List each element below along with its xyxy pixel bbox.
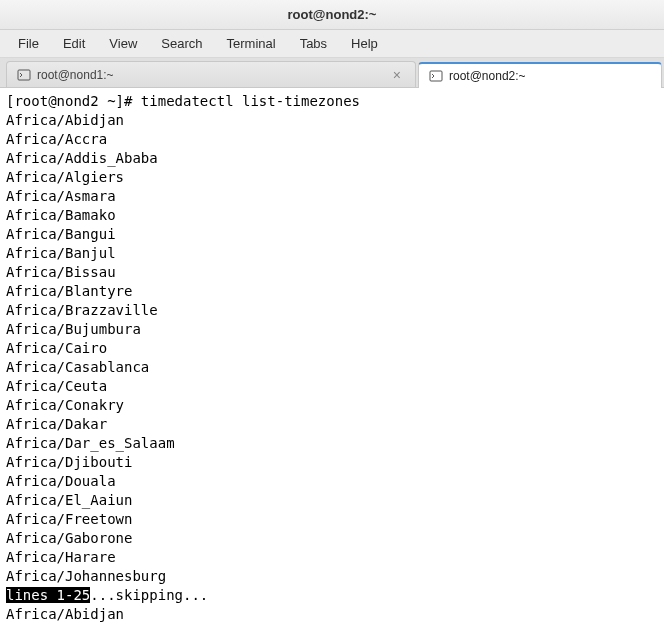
output-line: Africa/Dar_es_Salaam [6,435,175,451]
tab-nond2[interactable]: root@nond2:~ [418,62,662,88]
menu-terminal[interactable]: Terminal [217,32,286,55]
output-line: Africa/Cairo [6,340,107,356]
terminal-content[interactable]: [root@nond2 ~]# timedatectl list-timezon… [0,88,664,626]
output-line: Africa/Accra [6,131,107,147]
output-line: Africa/Gaborone [6,530,132,546]
output-line: Africa/Dakar [6,416,107,432]
output-line: Africa/Bissau [6,264,116,280]
menubar: File Edit View Search Terminal Tabs Help [0,30,664,58]
output-line: Africa/Douala [6,473,116,489]
tab-bar: root@nond1:~ × root@nond2:~ [0,58,664,88]
menu-file[interactable]: File [8,32,49,55]
output-line: Africa/Brazzaville [6,302,158,318]
output-line: Africa/Conakry [6,397,124,413]
output-line: Africa/Freetown [6,511,132,527]
svg-rect-0 [18,70,30,80]
tab-label: root@nond2:~ [449,69,526,83]
output-line: Africa/Djibouti [6,454,132,470]
output-line: Africa/Asmara [6,188,116,204]
output-line: Africa/Addis_Ababa [6,150,158,166]
pager-status-highlight: lines 1-25 [6,587,90,603]
window-titlebar[interactable]: root@nond2:~ [0,0,664,30]
svg-rect-1 [430,71,442,81]
output-line: Africa/Abidjan [6,112,124,128]
terminal-window: root@nond2:~ File Edit View Search Termi… [0,0,664,626]
output-line: Africa/Bangui [6,226,116,242]
output-line: Africa/Bamako [6,207,116,223]
prompt: [root@nond2 ~]# [6,93,141,109]
menu-tabs[interactable]: Tabs [290,32,337,55]
output-line: Africa/Bujumbura [6,321,141,337]
output-line: Africa/Casablanca [6,359,149,375]
pager-status-rest: ...skipping... [90,587,208,603]
menu-edit[interactable]: Edit [53,32,95,55]
output-line: Africa/Harare [6,549,116,565]
tab-label: root@nond1:~ [37,68,359,82]
terminal-icon [429,69,443,83]
menu-help[interactable]: Help [341,32,388,55]
window-title: root@nond2:~ [288,7,377,22]
output-line: Africa/Johannesburg [6,568,166,584]
tab-nond1[interactable]: root@nond1:~ × [6,61,416,87]
close-icon[interactable]: × [389,67,405,83]
output-line: Africa/Banjul [6,245,116,261]
output-line: Africa/Abidjan [6,606,124,622]
command: timedatectl list-timezones [141,93,360,109]
terminal-icon [17,68,31,82]
output-line: Africa/Blantyre [6,283,132,299]
output-line: Africa/Ceuta [6,378,107,394]
output-line: Africa/El_Aaiun [6,492,132,508]
output-line: Africa/Algiers [6,169,124,185]
menu-view[interactable]: View [99,32,147,55]
menu-search[interactable]: Search [151,32,212,55]
